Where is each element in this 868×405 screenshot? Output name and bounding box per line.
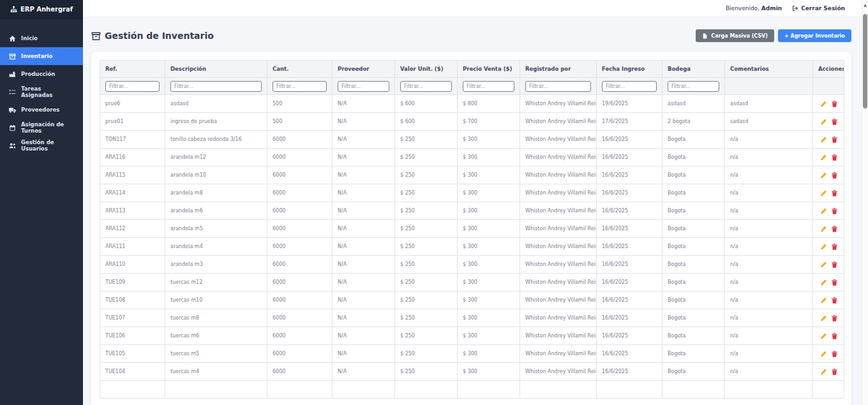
logout-button[interactable]: Cerrar Sesión: [792, 5, 845, 11]
cell-valor_unit: $ 250: [395, 149, 458, 166]
delete-button[interactable]: [831, 136, 838, 144]
filter-input-descripcion[interactable]: [170, 81, 262, 92]
truck-icon: [9, 107, 16, 114]
edit-button[interactable]: [820, 332, 827, 340]
sidebar-item-produccion[interactable]: Producción: [0, 65, 83, 83]
edit-button[interactable]: [820, 189, 827, 197]
filter-input-ref[interactable]: [105, 81, 160, 92]
cell-cant: 500: [267, 113, 333, 131]
delete-button[interactable]: [831, 207, 838, 215]
cell-valor_unit: $ 250: [395, 166, 458, 184]
filter-input-bodega[interactable]: [668, 81, 719, 92]
edit-button[interactable]: [820, 207, 827, 215]
edit-button[interactable]: [820, 243, 827, 251]
filter-cell-cant: [267, 78, 333, 95]
filter-input-proveedor[interactable]: [338, 81, 389, 92]
cell-proveedor: N/A: [333, 274, 395, 291]
delete-button[interactable]: [831, 154, 838, 161]
add-inventory-button[interactable]: + Agregar Inventario: [778, 29, 851, 42]
delete-button[interactable]: [831, 225, 838, 233]
cell-cant: 6000: [267, 149, 333, 166]
delete-button[interactable]: [831, 172, 838, 179]
cell-bodega: Bogota: [662, 363, 725, 381]
delete-button[interactable]: [831, 332, 838, 340]
sidebar-item-label: Proveedores: [21, 107, 59, 113]
delete-button[interactable]: [831, 279, 838, 286]
scrollbar-up-arrow[interactable]: ▲: [862, 0, 868, 9]
cell-ref: TUE107: [100, 309, 165, 327]
cell-descripcion: tuercas m5: [165, 345, 267, 363]
cell-cant: 6000: [267, 202, 333, 220]
delete-button[interactable]: [831, 189, 838, 197]
inventory-table-body: prue6asdasd500N/A$ 600$ 800Whiston Andre…: [100, 95, 844, 399]
cell-valor_unit: $ 250: [395, 363, 458, 381]
filter-input-precio_venta[interactable]: [463, 81, 514, 92]
table-row-partial: [100, 381, 844, 399]
trash-icon: [831, 100, 838, 108]
delete-button[interactable]: [831, 350, 838, 358]
filter-input-registrado_por[interactable]: [525, 81, 591, 92]
cell-precio_venta: $ 300: [458, 256, 520, 274]
cell-bodega: Bogota: [662, 256, 725, 274]
sidebar-item-label: Tareas Asignadas: [21, 85, 74, 98]
cell-comentarios: n/a: [725, 131, 813, 149]
actions-cell: [813, 166, 844, 184]
pencil-icon: [820, 350, 827, 358]
cell-proveedor: N/A: [333, 291, 395, 309]
trash-icon: [831, 279, 838, 286]
edit-button[interactable]: [820, 297, 827, 304]
delete-button[interactable]: [831, 118, 838, 126]
edit-button[interactable]: [820, 279, 827, 286]
scrollbar-thumb[interactable]: [863, 14, 867, 108]
edit-button[interactable]: [820, 136, 827, 144]
sidebar-item-inicio[interactable]: Inicio: [0, 29, 83, 47]
delete-button[interactable]: [831, 297, 838, 304]
sidebar-item-inventario[interactable]: Inventario: [0, 47, 83, 65]
cell-cant: 6000: [267, 256, 333, 274]
actions-cell: [813, 131, 844, 149]
delete-button[interactable]: [831, 243, 838, 251]
page-scrollbar[interactable]: ▲: [862, 0, 868, 405]
column-header-proveedor: Proveedor: [333, 61, 395, 78]
cell-cant: 6000: [267, 131, 333, 149]
edit-button[interactable]: [820, 225, 827, 233]
edit-button[interactable]: [820, 100, 827, 108]
cell-fecha_ingreso: 19/6/2025: [597, 95, 662, 113]
filter-input-cant[interactable]: [273, 81, 327, 92]
sidebar-item-asignacion-de-turnos[interactable]: Asignación de Turnos: [0, 119, 83, 136]
cell-registrado_por: Whiston Andrey Villamil Reina: [520, 256, 597, 274]
delete-button[interactable]: [831, 314, 838, 322]
table-row: TUE106tuercas m66000N/A$ 250$ 300Whiston…: [100, 327, 844, 345]
edit-button[interactable]: [820, 261, 827, 269]
cell-ref: ARA115: [100, 166, 165, 184]
edit-button[interactable]: [820, 118, 827, 126]
filter-input-fecha_ingreso[interactable]: [602, 81, 657, 92]
cell-cant: 6000: [267, 345, 333, 363]
username: Admin: [761, 5, 782, 11]
cell-bodega: Bogota: [662, 149, 725, 166]
bulk-upload-csv-button[interactable]: Carga Masiva (CSV): [696, 29, 774, 42]
edit-button[interactable]: [820, 368, 827, 376]
cell-precio_venta: $ 300: [458, 291, 520, 309]
cell-comentarios: n/a: [725, 220, 813, 238]
delete-button[interactable]: [831, 261, 838, 269]
cell-descripcion: tuercas m6: [165, 327, 267, 345]
actions-cell: [813, 327, 844, 345]
welcome-text: Bienvenido, Admin: [726, 5, 782, 11]
edit-button[interactable]: [820, 350, 827, 358]
filter-input-valor_unit[interactable]: [400, 81, 452, 92]
edit-button[interactable]: [820, 314, 827, 322]
edit-button[interactable]: [820, 172, 827, 179]
cell-ref: prue6: [100, 95, 165, 113]
sidebar-item-proveedores[interactable]: Proveedores: [0, 101, 83, 119]
edit-button[interactable]: [820, 154, 827, 161]
table-row: ARA110arandela m36000N/A$ 250$ 300Whisto…: [100, 256, 844, 274]
delete-button[interactable]: [831, 100, 838, 108]
cell-ref: ARA116: [100, 149, 165, 166]
sidebar-item-gestion-de-usuarios[interactable]: Gestión de Usuarios: [0, 136, 83, 154]
sidebar-item-tareas-asignadas[interactable]: Tareas Asignadas: [0, 83, 83, 101]
cell-empty: [725, 381, 813, 399]
trash-icon: [831, 154, 838, 161]
delete-button[interactable]: [831, 368, 838, 376]
cell-registrado_por: Whiston Andrey Villamil Reina: [520, 95, 597, 113]
